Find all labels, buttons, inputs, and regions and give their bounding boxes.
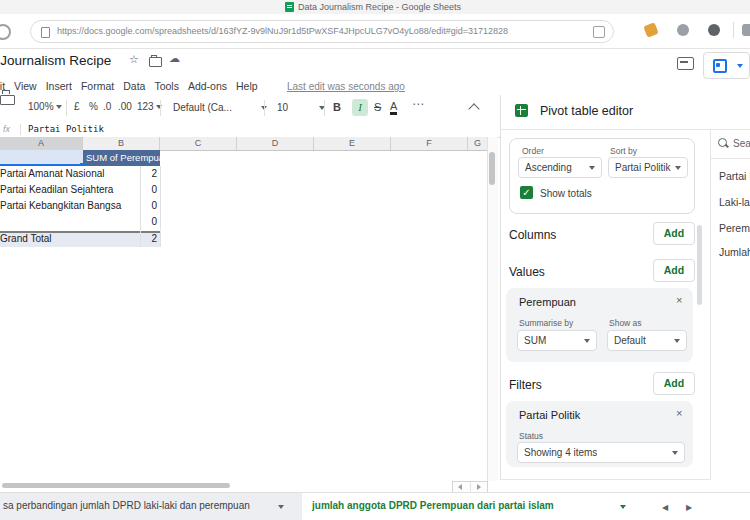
sheet-tab-menu-icon[interactable]	[620, 505, 626, 509]
table-row[interactable]: Partai Amanat Nasional 2	[0, 166, 237, 182]
print-icon[interactable]	[0, 95, 15, 105]
vertical-scrollbar[interactable]	[487, 137, 498, 481]
filters-add-button[interactable]: Add	[653, 372, 695, 395]
menu-insert[interactable]: Insert	[46, 80, 72, 92]
vertical-scrollbar-thumb[interactable]	[489, 152, 495, 185]
column-header-c[interactable]: C	[160, 137, 237, 150]
summarise-by-select[interactable]: SUM	[517, 330, 597, 351]
address-bar[interactable]: https://docs.google.com/spreadsheets/d/1…	[30, 20, 614, 43]
grand-total-value[interactable]: 2	[83, 231, 161, 247]
cell-b1-pivot-header[interactable]: SUM of Perempuan	[83, 150, 160, 166]
extension-icon-1[interactable]	[643, 22, 658, 37]
strikethrough-button[interactable]: S	[374, 101, 381, 113]
percent-format-button[interactable]: %	[89, 101, 98, 112]
divider	[324, 100, 325, 116]
font-select[interactable]: Default (Ca...	[168, 98, 272, 117]
cell-value[interactable]: 0	[83, 198, 161, 214]
values-add-button[interactable]: Add	[653, 259, 695, 282]
decrease-decimal-button[interactable]: .0	[103, 101, 111, 112]
collapse-toolbar-icon[interactable]	[468, 103, 479, 114]
font-size-select[interactable]: 10	[272, 98, 330, 117]
show-as-select[interactable]: Default	[607, 330, 687, 351]
field-item-perempuan[interactable]: Perempuan	[719, 222, 750, 234]
divider	[160, 100, 161, 116]
field-item-partai-politik[interactable]: Partai Politik	[719, 170, 750, 182]
filter-card-partai-politik: Partai Politik × Status Showing 4 items	[506, 401, 693, 467]
extension-icon-2[interactable]	[677, 24, 689, 36]
sheet-tab-active[interactable]: jumlah anggota DPRD Perempuan dari parta…	[302, 493, 648, 520]
table-row[interactable]: Partai Kebangkitan Bangsa 0	[0, 198, 237, 214]
field-item-jumlah[interactable]: Jumlah	[719, 246, 750, 258]
menu-data[interactable]: Data	[123, 80, 145, 92]
currency-format-button[interactable]: £	[74, 101, 80, 112]
column-header-a[interactable]: A	[0, 137, 83, 150]
menu-format[interactable]: Format	[81, 80, 114, 92]
scroll-left-icon[interactable]	[453, 482, 471, 492]
show-totals-checkbox[interactable]: ✓	[520, 186, 533, 199]
menu-view[interactable]: View	[14, 80, 37, 92]
field-search[interactable]: Search	[711, 130, 750, 159]
column-header-e[interactable]: E	[314, 137, 391, 150]
cell-value[interactable]: 2	[83, 166, 161, 182]
sort-by-select[interactable]: Partai Politik	[608, 157, 688, 178]
close-icon[interactable]: ×	[676, 294, 682, 306]
close-icon[interactable]: ×	[676, 407, 682, 419]
browser-tab-title[interactable]: Data Journalism Recipe - Google Sheets	[298, 2, 461, 12]
comments-icon[interactable]	[677, 57, 694, 70]
column-header-f[interactable]: F	[391, 137, 468, 150]
scroll-right-icon[interactable]	[471, 482, 488, 492]
last-edit-link[interactable]: Last edit was seconds ago	[287, 81, 405, 92]
present-icon	[713, 59, 727, 73]
order-select[interactable]: Ascending	[518, 157, 602, 178]
search-icon	[718, 138, 727, 147]
formula-bar-value[interactable]: Partai Politik	[28, 124, 104, 134]
more-formats-button[interactable]: 123	[137, 101, 162, 112]
page-info-icon[interactable]	[41, 27, 50, 38]
formula-bar[interactable]: fx Partai Politik	[0, 122, 500, 138]
menu-help[interactable]: Help	[236, 80, 258, 92]
bold-button[interactable]: B	[333, 101, 341, 113]
extension-icon-3[interactable]	[708, 24, 720, 36]
sheets-toolbar: 100% £ % .0 .00 123 Default (Ca... 10 B …	[0, 95, 500, 123]
reload-icon[interactable]	[0, 24, 11, 40]
sheet-tab-menu-icon[interactable]	[278, 505, 284, 509]
text-color-button[interactable]: A	[390, 101, 397, 115]
grand-total-row[interactable]: Grand Total 2	[0, 231, 237, 247]
table-row[interactable]: 0	[0, 214, 237, 230]
italic-button[interactable]: I	[352, 99, 368, 116]
cell-a1-selected[interactable]	[0, 150, 83, 166]
field-item-laki-laki[interactable]: Laki-laki	[719, 196, 750, 208]
tab-scroll-left-icon[interactable]: ◀	[662, 503, 668, 512]
increase-decimal-button[interactable]: .00	[118, 101, 132, 112]
sort-by-label: Sort by	[610, 146, 637, 156]
column-header-d[interactable]: D	[237, 137, 314, 150]
tab-scroll-right-icon[interactable]: ▶	[686, 503, 692, 512]
extension-icon-4[interactable]	[742, 24, 750, 36]
rows-card: Order Sort by Ascending Partai Politik ✓…	[509, 138, 695, 214]
move-folder-icon[interactable]	[149, 57, 162, 67]
column-headers: A B C D E F G	[0, 137, 487, 151]
divider	[20, 124, 21, 135]
panel-scrollbar-thumb[interactable]	[697, 225, 702, 305]
menu-addons[interactable]: Add-ons	[188, 80, 227, 92]
star-icon[interactable]: ☆	[129, 53, 139, 66]
filter-status-select[interactable]: Showing 4 items	[517, 442, 685, 463]
columns-add-button[interactable]: Add	[653, 222, 695, 245]
menu-tools[interactable]: Tools	[154, 80, 179, 92]
browser-tab-strip: Data Journalism Recipe - Google Sheets	[0, 0, 750, 14]
column-header-b[interactable]: B	[83, 137, 160, 150]
column-header-g[interactable]: G	[468, 137, 487, 150]
pivot-header-row[interactable]: SUM of Perempuan	[0, 150, 237, 166]
more-tools-button[interactable]: ⋯	[412, 97, 425, 111]
table-row[interactable]: Partai Keadilan Sejahtera 0	[0, 182, 237, 198]
document-title[interactable]: Data Journalism Recipe	[0, 53, 111, 68]
horizontal-scrollbar-thumb[interactable]	[2, 483, 230, 488]
present-button[interactable]	[703, 52, 750, 79]
cell-value[interactable]: 0	[83, 182, 161, 198]
bookmark-icon[interactable]	[593, 26, 605, 38]
sheet-tab-comparison[interactable]: sa perbandingan jumlah DPRD laki-laki da…	[0, 493, 302, 520]
search-placeholder: Search	[733, 138, 750, 149]
cell-value[interactable]: 0	[83, 214, 161, 230]
zoom-select[interactable]: 100%	[28, 101, 62, 112]
filters-section-label: Filters	[509, 378, 542, 392]
